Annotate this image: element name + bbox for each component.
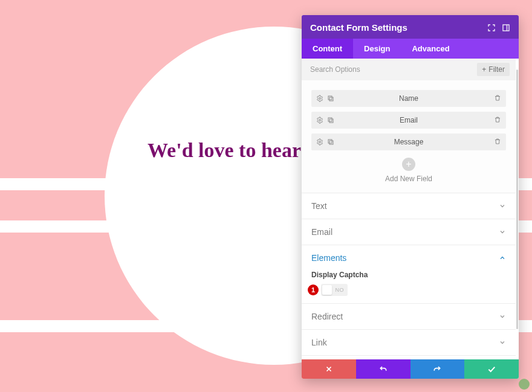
- settings-panel: Contact Form Settings Content Design Adv…: [302, 15, 519, 379]
- svg-rect-7: [328, 118, 332, 121]
- page-background: We'd love to hear fr Contact Form Settin…: [0, 0, 532, 392]
- section-redirect[interactable]: Redirect: [302, 303, 516, 329]
- svg-point-5: [319, 120, 321, 121]
- search-input[interactable]: Search Options: [310, 65, 360, 74]
- svg-rect-9: [329, 141, 333, 144]
- toggle-knob: [322, 285, 332, 295]
- gear-icon[interactable]: [316, 117, 323, 124]
- gear-icon[interactable]: [316, 95, 323, 102]
- field-label: Message: [311, 138, 506, 146]
- tab-content[interactable]: Content: [302, 39, 353, 59]
- panel-footer: [302, 359, 519, 379]
- save-button[interactable]: [464, 359, 519, 379]
- duplicate-icon[interactable]: [327, 117, 334, 124]
- section-text[interactable]: Text: [302, 193, 516, 219]
- svg-rect-4: [328, 96, 332, 100]
- fields-block: Name Email: [302, 80, 516, 193]
- svg-rect-10: [328, 140, 332, 143]
- expand-icon[interactable]: [487, 24, 496, 32]
- annotation-marker: 1: [308, 284, 319, 295]
- help-badge[interactable]: [519, 379, 530, 390]
- svg-point-8: [319, 141, 321, 143]
- close-icon: [325, 365, 333, 373]
- field-label: Name: [311, 94, 506, 103]
- duplicate-icon[interactable]: [327, 138, 334, 146]
- filter-label: Filter: [488, 65, 505, 74]
- field-label: Email: [311, 116, 506, 124]
- svg-rect-6: [329, 119, 333, 123]
- chevron-up-icon: [499, 254, 506, 262]
- tab-design[interactable]: Design: [353, 39, 401, 59]
- elements-content: Display Captcha 1 NO: [302, 271, 516, 303]
- trash-icon[interactable]: [494, 138, 501, 145]
- panel-body: Search Options + Filter Name: [302, 59, 519, 359]
- undo-button[interactable]: [356, 359, 410, 379]
- section-label: Email: [311, 227, 332, 237]
- add-field-label: Add New Field: [311, 175, 506, 183]
- field-row-message[interactable]: Message: [311, 133, 506, 150]
- section-label: Elements: [311, 253, 346, 263]
- section-background[interactable]: Background: [302, 355, 516, 359]
- redo-icon: [432, 364, 442, 374]
- tab-advanced[interactable]: Advanced: [401, 39, 460, 59]
- redo-button[interactable]: [410, 359, 465, 379]
- panel-tabs: Content Design Advanced: [302, 39, 519, 59]
- snap-icon[interactable]: [502, 24, 510, 32]
- plus-icon: +: [402, 158, 415, 171]
- add-field-button[interactable]: + Add New Field: [311, 155, 506, 189]
- filter-button[interactable]: + Filter: [477, 63, 510, 76]
- svg-rect-3: [329, 97, 333, 101]
- svg-point-2: [319, 98, 321, 100]
- undo-icon: [378, 364, 388, 374]
- scrollbar[interactable]: [516, 69, 518, 329]
- section-email[interactable]: Email: [302, 219, 516, 245]
- panel-title: Contact Form Settings: [310, 22, 407, 33]
- plus-icon: +: [482, 65, 486, 74]
- svg-rect-0: [503, 25, 509, 31]
- chevron-down-icon: [499, 339, 506, 346]
- search-row: Search Options + Filter: [302, 59, 516, 80]
- gear-icon[interactable]: [316, 138, 323, 146]
- section-elements[interactable]: Elements: [302, 245, 516, 271]
- chevron-down-icon: [499, 313, 506, 320]
- chevron-down-icon: [499, 228, 506, 236]
- section-label: Text: [311, 201, 327, 211]
- duplicate-icon[interactable]: [327, 95, 334, 102]
- chevron-down-icon: [499, 202, 506, 210]
- trash-icon[interactable]: [494, 94, 501, 101]
- field-row-name[interactable]: Name: [311, 90, 506, 107]
- field-row-email[interactable]: Email: [311, 112, 506, 129]
- section-label: Link: [311, 338, 327, 347]
- panel-header: Contact Form Settings: [302, 15, 519, 39]
- display-captcha-toggle[interactable]: NO: [321, 284, 348, 296]
- page-headline: We'd love to hear fr: [148, 139, 322, 162]
- cancel-button[interactable]: [302, 359, 356, 379]
- toggle-value: NO: [336, 287, 345, 293]
- display-captcha-label: Display Captcha: [311, 271, 506, 279]
- section-label: Redirect: [311, 312, 343, 321]
- section-link[interactable]: Link: [302, 329, 516, 355]
- check-icon: [487, 364, 496, 374]
- trash-icon[interactable]: [494, 116, 501, 123]
